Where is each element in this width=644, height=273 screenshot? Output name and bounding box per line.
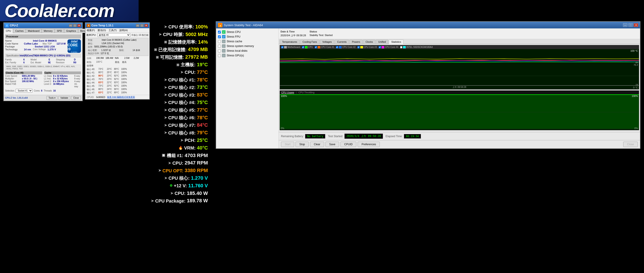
stress-gpu-checkbox[interactable] (218, 54, 221, 57)
ct-menu-help[interactable]: 說明(H) (119, 29, 128, 32)
coretemp-menu: 檔案(F) 選項(O) 工具(T) 說明(H) (86, 28, 149, 33)
l1d-way: 8-way (74, 75, 81, 77)
stress-cache-checkbox[interactable] (218, 40, 221, 43)
cpuz-tab-spd[interactable]: SPD (55, 29, 64, 33)
aida-tab-voltages[interactable]: Voltages (320, 40, 334, 44)
legend-cpu-check[interactable] (302, 46, 304, 48)
legend-core2-color (339, 46, 342, 48)
stat-cpu-usage: ➤ CPU 使用率: 100% (150, 24, 208, 31)
battery-item: Remaining Battery: No battery (281, 134, 325, 139)
aida-maximize-btn[interactable]: □ (628, 23, 633, 27)
aida-tab-cooling[interactable]: Cooling Fans (300, 40, 320, 44)
ct-maximize-btn[interactable]: □ (140, 24, 144, 27)
legend-core4-check[interactable] (379, 46, 381, 48)
aida-tab-clocks[interactable]: Clocks (363, 40, 375, 44)
legend-core1-check[interactable] (315, 46, 317, 48)
legend-core3-check[interactable] (358, 46, 360, 48)
chart-title-cpu-usage[interactable]: CPU Usage (281, 91, 294, 94)
legend-core1-label: CPU Core #1 (321, 46, 334, 48)
l2-label: Level 2 (44, 80, 53, 83)
vrm-label: VRM: (184, 145, 196, 151)
aida-tab-unified[interactable]: Unified (376, 40, 388, 44)
cpuz-close-btn[interactable]: ✕ (77, 24, 81, 27)
ct-menu-file[interactable]: 檔案(F) (87, 29, 95, 32)
legend-ssd-check[interactable] (400, 46, 402, 48)
chart-title-bar: CPU Usage | CPU Throttling (280, 91, 639, 94)
core2-label: CPU 核心 #2: (168, 84, 196, 91)
temp-chart-svg (280, 49, 639, 89)
cpu-core-v-label: CPU 核心: (168, 175, 190, 181)
bus-speed-value: 100.02 MHz (22, 80, 34, 83)
cpu-pkg-val: 189.78 W (187, 197, 208, 204)
core2-val: 73°C (197, 84, 208, 91)
aida-tab-powers[interactable]: Powers (350, 40, 362, 44)
aida-status-area: Date & Time 2020/3/4 上午 09:58:28 Status … (279, 29, 640, 39)
ct-driver-link[interactable]: 檢查 Intel 驅動程式有無更新 (107, 96, 135, 99)
fan-opt-val: 3380 RPM (185, 167, 208, 174)
cpuz-footer: CPU-Z Ver. 1.91.0.x64 Tools ▾ Validate C… (4, 95, 82, 101)
stress-cpu-checkbox[interactable] (218, 31, 221, 34)
fan-cpu-label: CPU: (172, 160, 183, 166)
ct-core-row-5: 核心 #5: 73°C 23°C 92°C 100% (87, 85, 148, 88)
preferences-btn[interactable]: Preferences (358, 142, 380, 147)
ct-menu-options[interactable]: 選項(O) (98, 29, 106, 32)
validate-btn[interactable]: Validate (58, 96, 70, 100)
ct-minimize-btn[interactable]: — (136, 24, 140, 27)
stat-mem-avail: ▣ 可用記憶體: 27972 MB (150, 54, 208, 61)
aida-minimize-btn[interactable]: — (623, 23, 628, 27)
core4-label: CPU 核心 #4: (168, 99, 196, 106)
core7-val: 84°C (197, 122, 208, 129)
aida-stress-panel: ✓ Stress CPU ✓ Stress FPU □ Stress cache… (216, 29, 279, 148)
ct-cpu-select[interactable]: 處理器 #0 (98, 33, 130, 37)
cpuz-tab-caches[interactable]: Caches (13, 29, 26, 33)
mem-used-label: 已使用記憶體: (158, 47, 187, 53)
save-btn[interactable]: Save (326, 142, 339, 147)
stress-fpu-checkbox[interactable] (218, 35, 221, 38)
cpuz-tab-mainboard[interactable]: Mainboard (26, 29, 42, 33)
chart-title-throttling[interactable]: CPU Throttling (298, 91, 314, 94)
stress-sysmem-checkbox[interactable] (218, 45, 221, 48)
socket-select[interactable]: Socket #1 (16, 89, 32, 93)
cpuz-tab-cpu[interactable]: CPU (4, 29, 13, 33)
core4-val: 75°C (197, 99, 208, 106)
cpuz-tab-graphics[interactable]: Graphics (64, 29, 78, 33)
mem-avail-label: 可用記憶體: (160, 54, 184, 60)
aida-close-btn[interactable]: ✕ (634, 23, 638, 27)
stop-btn[interactable]: Stop (296, 142, 309, 147)
stress-cpu-icon: ✓ (222, 30, 226, 34)
ct-spec-box: 型號: Intel Core i9 9900KS (Coffee Lake) 腳… (86, 38, 148, 56)
cpuz-close-btn2[interactable]: Close (71, 96, 81, 100)
cpu-usage-val: 100% (195, 24, 208, 31)
status-header: Status (310, 30, 332, 33)
stat-core5: ➤ CPU 核心 #5: 77°C (150, 107, 208, 114)
aida-close-btn2[interactable]: Close (623, 142, 638, 147)
stat-cpu-pow: ➤ CPU: 185.40 W (150, 190, 208, 197)
aida-tab-statistics[interactable]: Statistics (389, 40, 404, 44)
l2-value: 8 x 256 KBytes (53, 80, 74, 83)
aida-tab-currents[interactable]: Currents (335, 40, 349, 44)
ct-menu-tools[interactable]: 工具(T) (109, 29, 117, 32)
stat-mobo-temp: ▣ 主機板: 19°C (150, 61, 208, 68)
core8-val: 79°C (197, 129, 208, 136)
legend-core3-label: CPU Core #3 (364, 46, 377, 48)
l1d-label: L1 Data (44, 75, 53, 77)
cpuz-maximize-btn[interactable]: □ (73, 24, 77, 27)
stat-fan-opt: ➤ CPU OPT: 3380 RPM (150, 167, 208, 174)
ct-core-row-1: 核心 #1: 80°C 25°C 85°C 100% (87, 71, 148, 74)
core5-label: CPU 核心 #5: (168, 107, 196, 113)
cpuid-btn[interactable]: CPUID (340, 142, 356, 147)
clear-btn[interactable]: Clear (310, 142, 324, 147)
legend-motherboard-check[interactable] (281, 46, 284, 48)
fan1-val: 4703 RPM (185, 152, 208, 159)
ct-corev-label: 核心電壓: (88, 49, 101, 52)
legend-cpu: CPU (302, 46, 313, 48)
tools-btn[interactable]: Tools ▾ (46, 96, 58, 100)
legend-ssd: INTEL SSDSCKGW180A4 (400, 46, 433, 48)
legend-core2-check[interactable] (336, 46, 338, 48)
stat-core3: ➤ CPU 核心 #3: 83°C (150, 92, 208, 98)
cpuz-tab-memory[interactable]: Memory (42, 29, 55, 33)
aida-tab-temperatures[interactable]: Temperatures (280, 40, 300, 44)
start-btn[interactable]: Start (281, 142, 294, 147)
cpuz-minimize-btn[interactable]: — (69, 24, 72, 27)
stress-disk-checkbox[interactable] (218, 50, 221, 52)
